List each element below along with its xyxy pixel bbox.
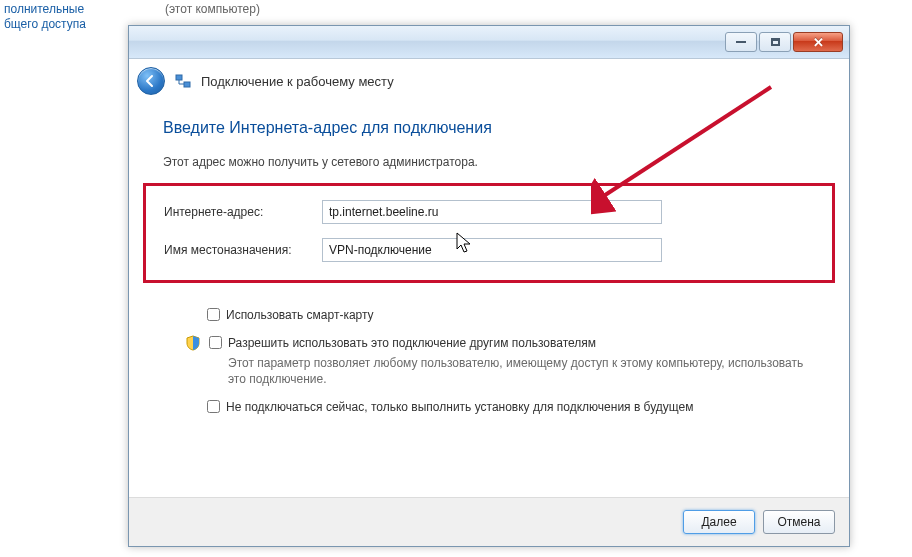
wizard-dialog: ✕ Подключение к рабочему месту Введите И…: [128, 25, 850, 547]
dont-connect-checkbox[interactable]: [207, 400, 220, 413]
wizard-header: Подключение к рабочему месту: [129, 59, 849, 99]
page-heading: Введите Интернета-адрес для подключения: [163, 119, 815, 137]
svg-rect-0: [176, 75, 182, 80]
internet-address-input[interactable]: [322, 200, 662, 224]
smartcard-label: Использовать смарт-карту: [226, 307, 374, 323]
allow-others-desc: Этот параметр позволяет любому пользоват…: [228, 355, 815, 387]
wizard-content: Введите Интернета-адрес для подключения …: [129, 99, 849, 497]
background-snippet: (этот компьютер): [165, 2, 260, 16]
allow-others-label: Разрешить использовать это подключение д…: [228, 335, 815, 351]
maximize-icon: [771, 38, 780, 46]
internet-address-row: Интернете-адрес:: [164, 200, 814, 224]
back-arrow-icon: [144, 74, 158, 88]
minimize-icon: [736, 41, 746, 43]
wizard-footer: Далее Отмена: [129, 497, 849, 546]
titlebar: ✕: [129, 26, 849, 59]
network-icon: [175, 73, 191, 89]
smartcard-row: Использовать смарт-карту: [185, 307, 815, 323]
internet-address-label: Интернете-адрес:: [164, 205, 322, 219]
destination-name-label: Имя местоназначения:: [164, 243, 322, 257]
dont-connect-label: Не подключаться сейчас, только выполнить…: [226, 399, 694, 415]
shield-icon: [185, 335, 201, 351]
smartcard-checkbox[interactable]: [207, 308, 220, 321]
address-form-highlight: Интернете-адрес: Имя местоназначения:: [143, 183, 835, 283]
allow-others-row: Разрешить использовать это подключение д…: [185, 335, 815, 387]
cancel-button[interactable]: Отмена: [763, 510, 835, 534]
minimize-button[interactable]: [725, 32, 757, 52]
destination-name-row: Имя местоназначения:: [164, 238, 814, 262]
allow-others-checkbox[interactable]: [209, 336, 222, 349]
next-button[interactable]: Далее: [683, 510, 755, 534]
back-button[interactable]: [137, 67, 165, 95]
page-subtext: Этот адрес можно получить у сетевого адм…: [163, 155, 815, 169]
background-text: полнительные бщего доступа: [0, 0, 90, 34]
destination-name-input[interactable]: [322, 238, 662, 262]
wizard-title: Подключение к рабочему месту: [201, 74, 394, 89]
maximize-button[interactable]: [759, 32, 791, 52]
options-block: Использовать смарт-карту Разрешить испол…: [185, 307, 815, 415]
dont-connect-row: Не подключаться сейчас, только выполнить…: [185, 399, 815, 415]
close-icon: ✕: [813, 36, 824, 49]
close-button[interactable]: ✕: [793, 32, 843, 52]
svg-rect-1: [184, 82, 190, 87]
